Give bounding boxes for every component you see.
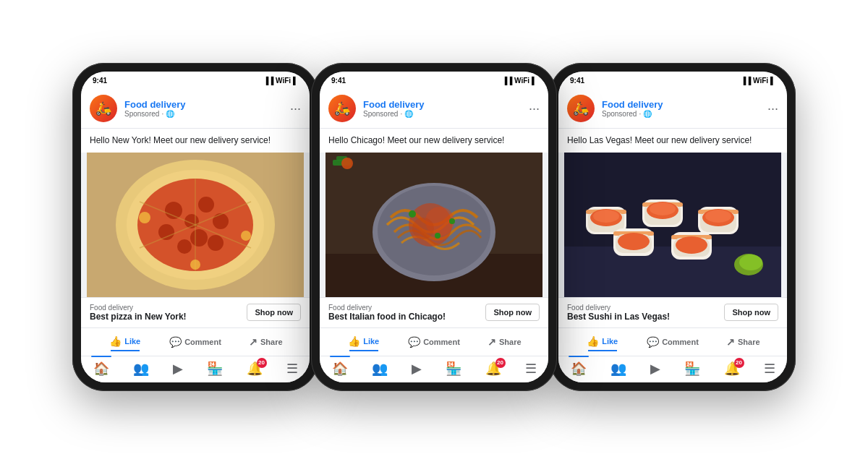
share-button[interactable]: ↗ Share (708, 333, 778, 351)
ad-cta: Food delivery Best pizza in New York! Sh… (81, 297, 310, 327)
like-button[interactable]: 👍 Like (90, 333, 160, 350)
nav-notifications[interactable]: 🔔 20 (724, 361, 740, 377)
nav-home[interactable]: 🏠 (332, 361, 348, 377)
time: 9:41 (331, 77, 346, 85)
more-options-icon[interactable]: ··· (529, 101, 540, 116)
phone-phone-chicago: 9:41 ▐▐ WiFi ▌ 🛵 Food delivery Sponsored… (311, 63, 557, 391)
svg-point-38 (593, 210, 619, 223)
nav-home[interactable]: 🏠 (571, 361, 587, 377)
notification-badge: 20 (257, 358, 267, 368)
avatar-icon: 🛵 (328, 95, 356, 122)
nav-menu[interactable]: ☰ (286, 361, 298, 377)
page-name[interactable]: Food delivery (124, 99, 283, 111)
svg-point-58 (676, 236, 707, 254)
svg-point-4 (165, 202, 182, 219)
bottom-nav: 🏠 👥 ▶ 🏪 🔔 20 ☰ (558, 356, 787, 382)
comment-button[interactable]: 💬 Comment (160, 333, 230, 351)
comment-label: Comment (423, 338, 460, 346)
svg-point-7 (190, 229, 208, 247)
like-label: Like (363, 337, 379, 346)
status-bar: 9:41 ▐▐ WiFi ▌ (558, 72, 787, 89)
more-options-icon[interactable]: ··· (290, 101, 301, 116)
bottom-nav: 🏠 👥 ▶ 🏪 🔔 20 ☰ (320, 356, 548, 382)
svg-point-26 (449, 218, 455, 224)
like-button[interactable]: 👍 Like (328, 333, 399, 350)
sponsored-text: Sponsored (602, 110, 637, 118)
globe-icon: 🌐 (166, 110, 174, 118)
comment-button[interactable]: 💬 Comment (637, 333, 707, 351)
separator: · (400, 110, 402, 118)
active-indicator (91, 356, 111, 357)
svg-point-5 (198, 197, 214, 213)
nav-video[interactable]: ▶ (650, 361, 660, 377)
fb-post-header: 🛵 Food delivery Sponsored · 🌐 ··· (558, 89, 787, 129)
more-options-icon[interactable]: ··· (767, 101, 778, 116)
nav-marketplace[interactable]: 🏪 (684, 361, 700, 377)
header-info: Food delivery Sponsored · 🌐 (363, 99, 522, 119)
comment-icon: 💬 (169, 336, 182, 348)
page-name[interactable]: Food delivery (602, 99, 760, 111)
svg-point-24 (412, 218, 434, 239)
notification-badge: 20 (734, 358, 744, 368)
svg-point-15 (139, 212, 150, 223)
separator: · (161, 110, 163, 118)
nav-marketplace[interactable]: 🏪 (446, 361, 461, 377)
fb-post-header: 🛵 Food delivery Sponsored · 🌐 ··· (81, 89, 310, 129)
status-icons: ▐▐ WiFi ▌ (741, 77, 775, 85)
fb-post-header: 🛵 Food delivery Sponsored · 🌐 ··· (320, 89, 548, 129)
svg-point-50 (705, 210, 731, 223)
nav-home[interactable]: 🏠 (93, 361, 109, 377)
nav-menu[interactable]: ☰ (525, 361, 537, 377)
phone-frame: 9:41 ▐▐ WiFi ▌ 🛵 Food delivery Sponsored… (550, 63, 796, 391)
page-name[interactable]: Food delivery (363, 99, 522, 111)
time: 9:41 (570, 77, 584, 85)
nav-friends[interactable]: 👥 (133, 361, 149, 377)
comment-button[interactable]: 💬 Comment (399, 333, 469, 351)
nav-menu[interactable]: ☰ (764, 361, 775, 377)
share-label: Share (738, 338, 760, 346)
shop-now-button[interactable]: Shop now (724, 304, 778, 321)
svg-point-27 (435, 233, 441, 239)
sponsored-line: Sponsored · 🌐 (363, 110, 522, 118)
notification-badge: 20 (495, 358, 506, 368)
ad-cta: Food delivery Best Sushi in Las Vegas! S… (558, 297, 787, 327)
share-icon: ↗ (249, 336, 258, 348)
header-info: Food delivery Sponsored · 🌐 (124, 99, 283, 119)
phone-frame: 9:41 ▐▐ WiFi ▌ 🛵 Food delivery Sponsored… (72, 63, 318, 391)
nav-marketplace[interactable]: 🏪 (207, 361, 223, 377)
avatar: 🛵 (328, 95, 356, 122)
svg-point-6 (158, 224, 174, 240)
globe-icon: 🌐 (643, 110, 652, 118)
nav-notifications[interactable]: 🔔 20 (485, 361, 501, 377)
nav-video[interactable]: ▶ (412, 361, 422, 377)
ad-title: Best Italian food in Chicago! (328, 312, 446, 322)
status-bar: 9:41 ▐▐ WiFi ▌ (81, 72, 310, 89)
comment-label: Comment (662, 338, 699, 346)
time: 9:41 (93, 77, 107, 85)
food-image (558, 153, 787, 297)
shop-now-button[interactable]: Shop now (485, 304, 540, 321)
separator: · (639, 110, 641, 118)
share-button[interactable]: ↗ Share (231, 333, 301, 351)
phone-phone-las-vegas: 9:41 ▐▐ WiFi ▌ 🛵 Food delivery Sponsored… (550, 63, 796, 391)
avatar-icon: 🛵 (567, 95, 595, 122)
nav-friends[interactable]: 👥 (372, 361, 388, 377)
like-button[interactable]: 👍 Like (567, 333, 637, 350)
food-image (320, 153, 548, 297)
svg-point-16 (241, 231, 251, 241)
svg-point-9 (177, 239, 192, 254)
reactions-bar: 👍 Like 💬 Comment ↗ Share (558, 327, 787, 356)
comment-label: Comment (184, 338, 221, 346)
share-label: Share (499, 338, 522, 346)
nav-friends[interactable]: 👥 (610, 361, 626, 377)
like-label: Like (124, 337, 140, 346)
nav-video[interactable]: ▶ (173, 361, 183, 377)
ad-subtitle: Food delivery (90, 304, 187, 312)
svg-point-17 (190, 260, 200, 270)
svg-point-30 (341, 158, 353, 169)
shop-now-button[interactable]: Shop now (247, 304, 301, 321)
share-button[interactable]: ↗ Share (469, 333, 540, 351)
bottom-nav: 🏠 👥 ▶ 🏪 🔔 20 ☰ (81, 356, 310, 382)
like-label: Like (602, 337, 618, 346)
nav-notifications[interactable]: 🔔 20 (247, 361, 263, 377)
